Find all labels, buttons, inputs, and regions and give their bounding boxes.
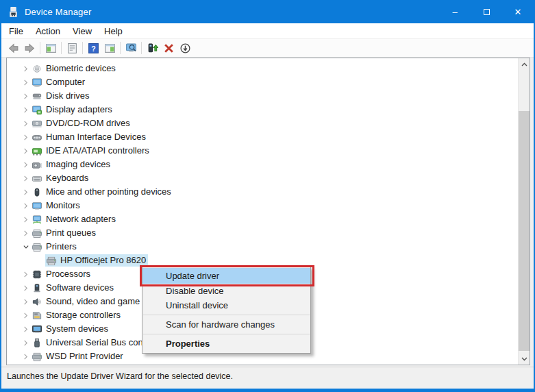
tree-item-dvd-cd-rom-drives[interactable]: DVD/CD-ROM drives [7, 117, 517, 130]
tree-item-label: Mice and other pointing devices [46, 186, 171, 197]
properties-button[interactable] [64, 40, 80, 56]
disable-button[interactable] [177, 40, 193, 56]
tree-item-content[interactable]: IDE ATA/ATAPI controllers [31, 145, 151, 157]
chevron-right-icon[interactable] [21, 338, 31, 347]
tree-item-ide-ata-atapi-controllers[interactable]: IDE ATA/ATAPI controllers [7, 144, 517, 158]
display-icon [32, 105, 42, 115]
chevron-right-icon[interactable] [21, 297, 31, 306]
tree-item-content[interactable]: Software devices [31, 282, 116, 294]
chevron-down-icon [521, 357, 527, 361]
chevron-right-icon[interactable] [21, 132, 31, 142]
menubar-item-file[interactable]: File [1, 24, 29, 38]
tree-item-content[interactable]: Mice and other pointing devices [31, 186, 173, 198]
tree-item-mice-and-other-pointing-devices[interactable]: Mice and other pointing devices [7, 185, 517, 199]
disk-icon [32, 91, 42, 101]
tree-item-label: Printers [46, 241, 77, 252]
tree-item-content[interactable]: System devices [31, 323, 110, 335]
tree-item-printers[interactable]: Printers [7, 240, 517, 254]
device-manager-app-icon [8, 6, 19, 18]
tree-item-display-adapters[interactable]: Display adapters [7, 103, 517, 117]
tree-item-human-interface-devices[interactable]: Human Interface Devices [7, 130, 517, 144]
tree-item-label: Computer [46, 77, 85, 88]
show-console-tree-button[interactable] [42, 40, 59, 56]
back-button[interactable] [5, 40, 21, 56]
menubar-item-view[interactable]: View [66, 24, 98, 38]
vertical-scrollbar[interactable] [518, 58, 530, 365]
dvd-icon [32, 119, 42, 129]
close-button[interactable]: ✕ [502, 0, 534, 23]
tree-item-content[interactable]: Imaging devices [31, 158, 112, 171]
menubar-item-help[interactable]: Help [98, 24, 129, 38]
tree-item-disk-drives[interactable]: Disk drives [7, 89, 517, 103]
tree-item-content[interactable]: Processors [31, 268, 92, 280]
toolbar-separator [82, 42, 83, 54]
tree-item-content[interactable]: Computer [31, 76, 87, 88]
chevron-right-icon[interactable] [21, 105, 31, 114]
menubar-item-action[interactable]: Action [29, 24, 66, 38]
tree-item-keyboards[interactable]: Keyboards [7, 171, 517, 185]
chevron-right-icon[interactable] [21, 160, 31, 169]
uninstall-button[interactable] [160, 40, 177, 56]
forward-button[interactable] [21, 40, 38, 56]
chevron-right-icon[interactable] [21, 228, 31, 238]
chevron-right-icon[interactable] [21, 201, 31, 210]
chevron-right-icon[interactable] [21, 352, 31, 361]
imaging-icon [32, 160, 42, 170]
chevron-right-icon[interactable] [21, 324, 31, 334]
context-menu-separator [143, 315, 310, 315]
chevron-right-icon[interactable] [21, 119, 31, 128]
tree-item-biometric-devices[interactable]: Biometric devices [7, 62, 517, 75]
tree-item-content[interactable]: Storage controllers [31, 309, 123, 321]
chevron-right-icon[interactable] [21, 91, 31, 101]
maximize-button[interactable] [471, 0, 502, 23]
minimize-button[interactable]: – [439, 0, 471, 23]
context-menu-separator [143, 334, 310, 334]
tree-item-content[interactable]: Human Interface Devices [31, 131, 148, 143]
help-button[interactable]: ? [85, 40, 101, 56]
context-menu-item-disable-device[interactable]: Disable device [142, 284, 310, 298]
monitor-icon [32, 201, 42, 211]
tree-item-label: Monitors [46, 200, 80, 211]
context-menu: Update driverDisable deviceUninstall dev… [142, 266, 311, 354]
tree-item-label: Human Interface Devices [46, 132, 146, 143]
chevron-right-icon[interactable] [21, 310, 31, 320]
tree-item-print-queues[interactable]: Print queues [7, 226, 517, 240]
chevron-right-icon[interactable] [21, 187, 31, 197]
tree-item-content[interactable]: Display adapters [31, 103, 114, 116]
tree-item-hp-officejet-pro-8620[interactable]: HP Officejet Pro 8620 [7, 254, 517, 267]
tree-item-content[interactable]: WSD Print Provider [31, 350, 125, 363]
show-action-pane-button[interactable] [101, 40, 118, 56]
tree-item-content[interactable]: Disk drives [31, 90, 92, 102]
tree-item-content[interactable]: Printers [31, 241, 79, 253]
scroll-down-button[interactable] [519, 353, 530, 365]
tree-item-content[interactable]: Monitors [31, 199, 82, 212]
chevron-right-icon[interactable] [21, 146, 31, 156]
tree-item-content[interactable]: DVD/CD-ROM drives [31, 117, 132, 130]
tree-item-network-adapters[interactable]: Network adapters [7, 212, 517, 226]
chevron-right-icon[interactable] [21, 64, 31, 73]
scroll-up-button[interactable] [519, 58, 530, 70]
scan-for-hardware-changes-button[interactable] [123, 40, 139, 56]
context-menu-item-uninstall-device[interactable]: Uninstall device [142, 298, 310, 313]
tree-item-content[interactable]: Print queues [31, 227, 98, 239]
context-menu-item-update-driver[interactable]: Update driver [142, 268, 310, 284]
tree-item-monitors[interactable]: Monitors [7, 199, 517, 212]
chevron-right-icon[interactable] [21, 77, 31, 87]
scrollbar-thumb[interactable] [519, 111, 530, 351]
console-tree-icon [45, 42, 57, 54]
chevron-right-icon[interactable] [21, 283, 31, 293]
chevron-down-icon[interactable] [21, 242, 31, 252]
tree-item-content[interactable]: Biometric devices [31, 62, 118, 75]
tree-item-content[interactable]: Network adapters [31, 213, 118, 225]
tree-item-label: Disk drives [46, 90, 90, 101]
context-menu-item-scan-for-hardware-changes[interactable]: Scan for hardware changes [142, 317, 310, 332]
tree-item-computer[interactable]: Computer [7, 75, 517, 89]
tree-item-imaging-devices[interactable]: Imaging devices [7, 158, 517, 171]
update-driver-button[interactable] [144, 40, 160, 56]
chevron-right-icon[interactable] [21, 173, 31, 183]
selected-device[interactable]: HP Officejet Pro 8620 [45, 254, 148, 267]
chevron-right-icon[interactable] [21, 269, 31, 279]
chevron-right-icon[interactable] [21, 215, 31, 224]
tree-item-content[interactable]: Keyboards [31, 172, 90, 184]
context-menu-item-properties[interactable]: Properties [142, 336, 310, 351]
